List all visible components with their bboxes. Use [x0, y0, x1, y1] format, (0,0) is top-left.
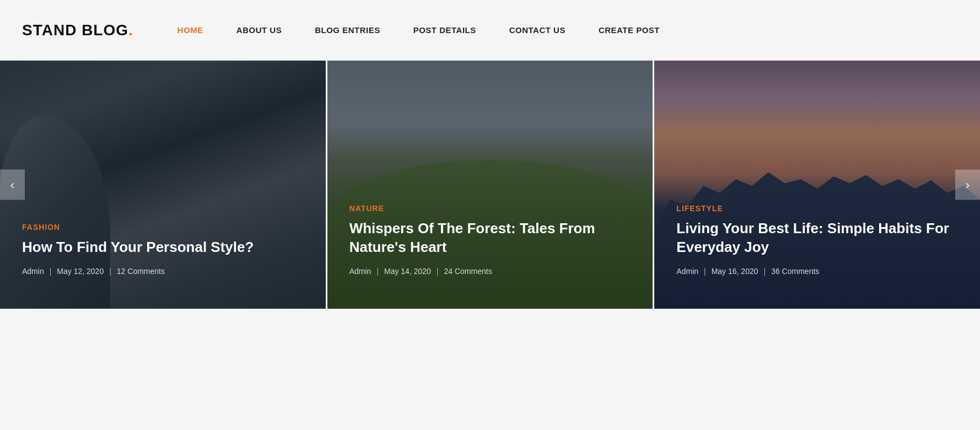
slide-3-sep-2: | [764, 267, 766, 276]
slide-3-category: LIFESTYLE [676, 204, 958, 213]
carousel-prev-button[interactable]: ‹ [0, 170, 25, 200]
slide-2-meta: Admin | May 14, 2020 | 24 Comments [349, 267, 631, 276]
hero-carousel: ‹ FASHION How To Find Your Personal Styl… [0, 61, 980, 309]
nav-item-contact[interactable]: CONTACT US [509, 25, 566, 35]
slide-1-category: FASHION [22, 223, 304, 232]
slide-3-comments: 36 Comments [771, 267, 819, 276]
slide-2-author: Admin [349, 267, 371, 276]
slide-2-sep-2: | [437, 267, 439, 276]
logo-dot: . [128, 22, 133, 39]
slide-2-comments: 24 Comments [444, 267, 492, 276]
slide-2-category: NATURE [349, 204, 631, 213]
nav-item-about[interactable]: ABOUT US [236, 25, 282, 35]
carousel-slide-3: LIFESTYLE Living Your Best Life: Simple … [653, 61, 980, 309]
nav-item-create[interactable]: CREATE POST [599, 25, 660, 35]
slide-1-meta: Admin | May 12, 2020 | 12 Comments [22, 267, 304, 276]
nav-item-post[interactable]: POST DETAILS [413, 25, 476, 35]
slide-1-title: How To Find Your Personal Style? [22, 238, 304, 257]
slide-1-author: Admin [22, 267, 44, 276]
slide-3-title: Living Your Best Life: Simple Habits For… [676, 219, 958, 257]
carousel-slide-2: NATURE Whispers Of The Forest: Tales Fro… [326, 61, 653, 309]
slide-1-date: May 12, 2020 [57, 267, 104, 276]
slide-2-sep-1: | [376, 267, 379, 276]
slide-3-date: May 16, 2020 [712, 267, 758, 276]
next-arrow-icon: › [966, 178, 970, 192]
slide-1-comments: 12 Comments [117, 267, 165, 276]
header: STAND BLOG. HOME ABOUT US BLOG ENTRIES P… [0, 0, 980, 61]
logo-text: STAND BLOG [22, 22, 128, 39]
prev-arrow-icon: ‹ [10, 178, 14, 192]
nav-item-home[interactable]: HOME [177, 25, 203, 35]
main-nav: HOME ABOUT US BLOG ENTRIES POST DETAILS … [177, 25, 660, 35]
slide-1-content: FASHION How To Find Your Personal Style?… [22, 223, 304, 276]
nav-item-blog[interactable]: BLOG ENTRIES [315, 25, 380, 35]
slide-3-author: Admin [676, 267, 698, 276]
slide-1-sep-2: | [109, 267, 111, 276]
slide-2-date: May 14, 2020 [384, 267, 431, 276]
slide-3-meta: Admin | May 16, 2020 | 36 Comments [676, 267, 958, 276]
slide-1-sep-1: | [50, 267, 52, 276]
slide-2-title: Whispers Of The Forest: Tales From Natur… [349, 219, 631, 257]
carousel-slide-1: FASHION How To Find Your Personal Style?… [0, 61, 326, 309]
carousel-next-button[interactable]: › [955, 170, 980, 200]
slide-3-content: LIFESTYLE Living Your Best Life: Simple … [676, 204, 958, 276]
site-logo[interactable]: STAND BLOG. [22, 22, 133, 39]
slide-3-sep-1: | [704, 267, 706, 276]
slide-2-content: NATURE Whispers Of The Forest: Tales Fro… [349, 204, 631, 276]
